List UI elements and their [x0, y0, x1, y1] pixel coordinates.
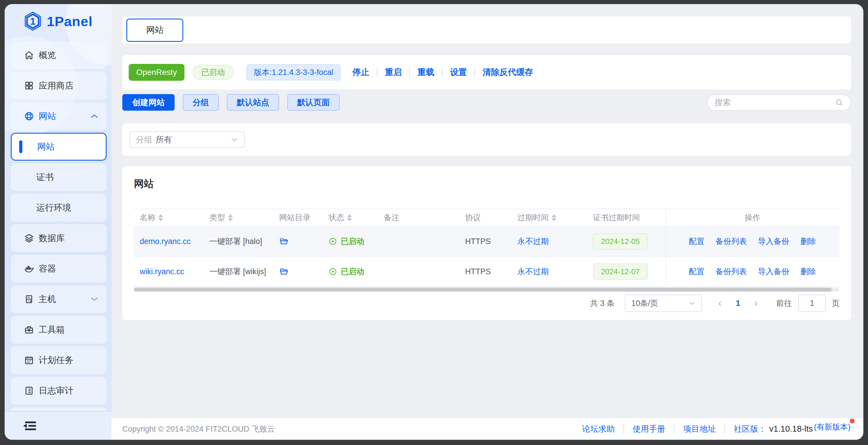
- default-page-button[interactable]: 默认页面: [287, 94, 340, 111]
- horizontal-scrollbar[interactable]: [134, 288, 839, 292]
- column-header-operations: 操作: [665, 212, 839, 223]
- collapse-sidebar-icon[interactable]: [23, 421, 36, 431]
- sidebar-footer: [5, 411, 112, 440]
- row-operations: 配置 备份列表 导入备份 删除: [665, 266, 839, 277]
- delete-link[interactable]: 删除: [800, 266, 816, 277]
- log-icon: [24, 386, 34, 395]
- folder-icon[interactable]: [279, 267, 288, 276]
- site-name-link[interactable]: demo.ryanc.cc: [140, 237, 191, 246]
- backup-list-link[interactable]: 备份列表: [715, 236, 747, 247]
- user-manual-link[interactable]: 使用手册: [633, 423, 665, 435]
- column-header-protocol: 协议: [459, 212, 512, 223]
- toolbox-icon: [24, 325, 34, 335]
- page-size-value: 10条/页: [631, 298, 688, 309]
- restart-link[interactable]: 重启: [385, 66, 402, 78]
- app-actions: 停止 重启 重载 设置 清除反代缓存: [352, 66, 533, 78]
- app-window: 1 1Panel 概览: [5, 4, 863, 440]
- website-table: 名称 类型 网站目录 状态: [134, 209, 840, 287]
- button-label: 默认站点: [237, 97, 269, 108]
- prev-page-button[interactable]: ‹: [718, 297, 721, 309]
- tab-website[interactable]: 网站: [126, 19, 183, 42]
- sidebar-subitem-runtime[interactable]: 运行环境: [11, 194, 106, 222]
- backup-list-link[interactable]: 备份列表: [715, 266, 747, 277]
- sidebar-item-container[interactable]: 容器: [11, 255, 106, 283]
- table-header-row: 名称 类型 网站目录 状态: [134, 209, 840, 227]
- import-backup-link[interactable]: 导入备份: [758, 266, 789, 277]
- page-size-select[interactable]: 10条/页: [625, 294, 702, 312]
- goto-page-input[interactable]: [798, 294, 826, 312]
- column-header-name[interactable]: 名称: [134, 212, 204, 223]
- sidebar-item-toolbox[interactable]: 工具箱: [11, 316, 106, 344]
- expire-time: 永不过期: [517, 266, 549, 277]
- sidebar-item-database[interactable]: 数据库: [11, 224, 106, 252]
- sidebar-item-host[interactable]: 主机: [11, 285, 106, 313]
- column-header-type[interactable]: 类型: [204, 212, 273, 223]
- app-status-bar: OpenResty 已启动 版本:1.21.4.3-3-3-focal 停止 重…: [122, 55, 851, 90]
- sidebar: 1 1Panel 概览: [5, 4, 112, 440]
- panel-version: v1.10.18-lts: [769, 424, 813, 434]
- folder-icon[interactable]: [279, 237, 288, 246]
- sidebar-item-label: 网站: [37, 141, 98, 153]
- chevron-down-icon: [231, 137, 238, 142]
- content-area: 网站 OpenResty 已启动 版本:1.21.4.3-3-3-focal 停…: [112, 4, 863, 417]
- fixed-column-divider: [665, 209, 666, 287]
- globe-icon: [24, 111, 34, 121]
- current-page[interactable]: 1: [736, 298, 740, 308]
- search-input[interactable]: [715, 98, 835, 107]
- docker-icon: [24, 264, 34, 274]
- openresty-button[interactable]: OpenResty: [129, 64, 184, 81]
- site-name-link[interactable]: wiki.ryanc.cc: [140, 267, 184, 276]
- next-page-button[interactable]: ›: [754, 297, 757, 309]
- sort-icon[interactable]: [347, 214, 352, 221]
- chevron-down-icon: [688, 301, 695, 306]
- sort-icon[interactable]: [158, 214, 163, 221]
- divider: [377, 68, 377, 77]
- delete-link[interactable]: 删除: [800, 236, 816, 247]
- chevron-down-icon: [90, 296, 98, 302]
- sidebar-subitem-certificate[interactable]: 证书: [11, 163, 106, 191]
- sidebar-item-cron[interactable]: 计划任务: [11, 346, 106, 374]
- server-icon: [24, 294, 34, 304]
- divider: [674, 425, 675, 434]
- settings-link[interactable]: 设置: [450, 66, 467, 78]
- site-type: 一键部署 [halo]: [210, 236, 262, 247]
- sidebar-subitem-website[interactable]: 网站: [11, 133, 106, 161]
- sidebar-item-label: 证书: [36, 171, 98, 183]
- create-website-button[interactable]: 创建网站: [122, 94, 175, 111]
- scrollbar-thumb[interactable]: [134, 288, 832, 292]
- group-button[interactable]: 分组: [183, 94, 219, 111]
- stop-link[interactable]: 停止: [352, 66, 369, 78]
- column-header-expire[interactable]: 过期时间: [512, 212, 587, 223]
- search-box: [707, 94, 851, 111]
- configure-link[interactable]: 配置: [689, 236, 705, 247]
- sort-icon[interactable]: [552, 214, 556, 221]
- group-filter-select[interactable]: 分组 所有: [130, 131, 245, 148]
- clear-proxy-cache-link[interactable]: 清除反代缓存: [483, 66, 533, 78]
- project-site-link[interactable]: 项目地址: [683, 423, 716, 435]
- configure-link[interactable]: 配置: [689, 266, 705, 277]
- sort-icon[interactable]: [228, 214, 233, 221]
- sidebar-item-website[interactable]: 网站: [11, 102, 106, 130]
- forum-help-link[interactable]: 论坛求助: [582, 423, 615, 435]
- button-label: 创建网站: [132, 97, 165, 108]
- sidebar-item-label: 网站: [39, 110, 90, 122]
- reload-link[interactable]: 重载: [417, 66, 434, 78]
- sidebar-item-app-store[interactable]: 应用商店: [11, 72, 106, 100]
- import-backup-link[interactable]: 导入备份: [758, 236, 789, 247]
- calendar-icon: [24, 355, 34, 365]
- column-header-status[interactable]: 状态: [323, 212, 378, 223]
- new-version-link[interactable]: (有新版本): [814, 422, 850, 432]
- default-site-button[interactable]: 默认站点: [227, 94, 279, 111]
- site-type: 一键部署 [wikijs]: [210, 266, 266, 277]
- search-icon[interactable]: [835, 98, 844, 107]
- sidebar-item-log-audit[interactable]: 日志审计: [11, 377, 106, 405]
- page-unit: 页: [832, 298, 840, 309]
- divider: [474, 68, 475, 77]
- database-icon: [24, 233, 34, 243]
- sidebar-item-label: 应用商店: [39, 80, 98, 92]
- cert-expire-badge: 2024-12-05: [593, 233, 648, 250]
- sidebar-item-overview[interactable]: 概览: [11, 41, 106, 69]
- website-table-card: 网站 名称 类型 网站目录: [122, 166, 851, 320]
- sidebar-item-label: 主机: [39, 293, 90, 305]
- site-protocol: HTTPS: [465, 267, 491, 276]
